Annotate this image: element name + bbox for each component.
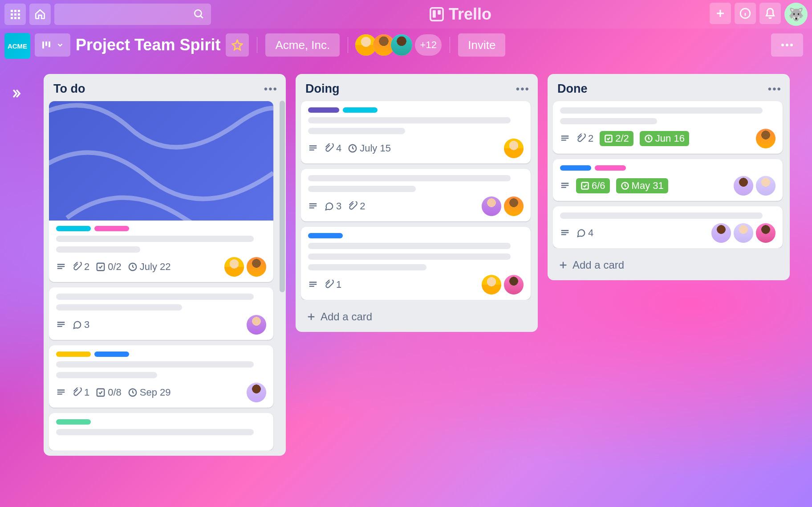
due-date-badge: Jun 16 xyxy=(640,131,689,146)
card[interactable]: 2 2/2 Jun 16 xyxy=(553,101,783,154)
card-label xyxy=(56,226,91,231)
add-card-button[interactable]: Add a card xyxy=(553,253,786,275)
list-title[interactable]: Doing xyxy=(305,82,339,96)
svg-rect-5 xyxy=(18,13,20,16)
card-label xyxy=(343,107,378,113)
placeholder-text xyxy=(56,294,254,300)
member-avatar xyxy=(504,139,524,158)
card[interactable]: 2 0/2 July 22 xyxy=(49,101,273,282)
placeholder-text xyxy=(308,243,511,249)
user-avatar[interactable]: 🐺 xyxy=(784,3,808,26)
divider xyxy=(450,37,450,53)
attachments-badge: 2 xyxy=(72,261,89,273)
svg-point-9 xyxy=(195,10,201,16)
list-title[interactable]: To do xyxy=(53,82,85,96)
svg-rect-4 xyxy=(14,13,16,16)
placeholder-text xyxy=(56,372,157,378)
board-view-switcher[interactable] xyxy=(35,33,70,57)
checklist-badge: 2/2 xyxy=(600,131,633,146)
svg-rect-14 xyxy=(42,41,44,49)
workspace-badge[interactable]: ACME xyxy=(4,33,30,59)
divider xyxy=(348,37,348,53)
checklist-badge: 6/6 xyxy=(576,178,610,193)
placeholder-text xyxy=(308,117,511,123)
card-label xyxy=(560,165,591,171)
description-icon xyxy=(56,262,66,272)
member-avatar xyxy=(756,223,775,243)
search-input[interactable] xyxy=(54,4,211,25)
card[interactable]: 3 2 xyxy=(301,169,531,221)
card[interactable]: 1 0/8 Sep 29 xyxy=(49,345,273,408)
member-avatar xyxy=(756,176,775,196)
notifications-icon[interactable] xyxy=(759,3,781,24)
svg-rect-15 xyxy=(45,41,47,46)
member-avatar xyxy=(247,383,266,402)
card-label xyxy=(308,107,339,113)
placeholder-text xyxy=(56,246,140,253)
add-card-button[interactable]: Add a card xyxy=(301,304,534,327)
list-menu-icon[interactable]: ••• xyxy=(264,83,278,95)
scrollbar[interactable] xyxy=(280,101,285,292)
member-avatar xyxy=(711,223,731,243)
member-avatar xyxy=(482,196,501,216)
star-icon[interactable] xyxy=(226,33,249,57)
description-icon xyxy=(56,388,66,397)
card[interactable]: 3 xyxy=(49,287,273,340)
board-header: Project Team Spirit Acme, Inc. +12 Invit… xyxy=(0,29,812,61)
list-title[interactable]: Done xyxy=(557,82,588,96)
card-label xyxy=(308,233,343,238)
member-overflow[interactable]: +12 xyxy=(415,34,442,56)
svg-point-19 xyxy=(790,44,793,46)
card[interactable]: 4 July 15 xyxy=(301,101,531,164)
member-avatar[interactable] xyxy=(391,34,412,56)
placeholder-text xyxy=(308,186,416,192)
card[interactable]: 4 xyxy=(553,206,783,248)
due-date-badge: Sep 29 xyxy=(128,387,171,398)
sidebar-expand-icon[interactable] xyxy=(10,87,22,100)
member-avatar xyxy=(224,257,244,277)
placeholder-text xyxy=(56,361,254,368)
brand-logo: Trello xyxy=(215,5,706,24)
description-icon xyxy=(308,143,318,153)
card[interactable] xyxy=(49,413,273,450)
description-icon xyxy=(560,228,570,238)
checklist-badge: 0/2 xyxy=(96,261,122,273)
comments-badge: 4 xyxy=(576,227,593,239)
attachments-badge: 4 xyxy=(324,143,341,154)
member-avatar xyxy=(734,176,753,196)
card[interactable]: 6/6 May 31 xyxy=(553,159,783,201)
description-icon xyxy=(56,320,66,330)
placeholder-text xyxy=(308,175,511,181)
due-date-badge: May 31 xyxy=(616,178,668,193)
apps-icon[interactable] xyxy=(4,4,26,25)
svg-rect-10 xyxy=(430,8,443,20)
placeholder-text xyxy=(56,304,182,311)
description-icon xyxy=(560,134,570,143)
info-icon[interactable] xyxy=(735,3,756,24)
svg-rect-8 xyxy=(18,17,20,19)
board-title[interactable]: Project Team Spirit xyxy=(76,36,220,54)
board-menu-icon[interactable] xyxy=(771,33,803,57)
member-avatar xyxy=(482,275,501,294)
top-nav: Trello 🐺 xyxy=(0,0,812,29)
checklist-badge: 0/8 xyxy=(96,387,122,398)
org-name-button[interactable]: Acme, Inc. xyxy=(265,33,340,57)
svg-rect-12 xyxy=(438,10,441,15)
svg-rect-1 xyxy=(14,10,16,12)
board-members[interactable]: +12 xyxy=(359,34,442,56)
list-menu-icon[interactable]: ••• xyxy=(516,83,530,95)
placeholder-text xyxy=(308,128,405,134)
svg-point-17 xyxy=(781,44,784,46)
member-avatar xyxy=(734,223,753,243)
list-menu-icon[interactable]: ••• xyxy=(768,83,782,95)
list-done: Done ••• 2 2/2 Jun 16 xyxy=(548,74,790,280)
card[interactable]: 1 xyxy=(301,227,531,300)
invite-button[interactable]: Invite xyxy=(458,33,505,57)
comments-badge: 3 xyxy=(72,319,89,331)
home-icon[interactable] xyxy=(29,4,51,25)
member-avatar xyxy=(504,275,524,294)
svg-rect-3 xyxy=(11,13,13,16)
card-label xyxy=(595,165,626,171)
create-icon[interactable] xyxy=(710,3,731,24)
card-label xyxy=(56,352,91,357)
